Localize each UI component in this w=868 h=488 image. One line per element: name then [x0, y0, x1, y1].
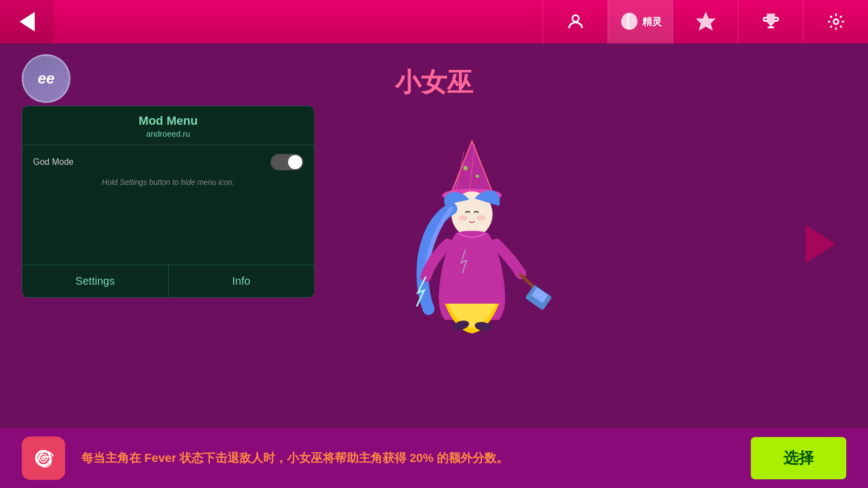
spiral-svg-icon — [30, 445, 57, 472]
back-button[interactable] — [0, 0, 54, 43]
svg-point-10 — [463, 166, 468, 170]
star-icon — [696, 12, 716, 31]
svg-marker-1 — [698, 14, 714, 29]
right-arrow-icon — [806, 225, 835, 263]
leaf-icon — [620, 12, 639, 31]
svg-point-14 — [477, 215, 486, 221]
mod-menu-empty-space — [33, 191, 303, 256]
character-figure — [385, 125, 559, 352]
select-button[interactable]: 选择 — [751, 437, 846, 479]
god-mode-label: God Mode — [33, 157, 74, 167]
nav-icons: 精灵 — [542, 0, 868, 43]
mod-menu-footer: Settings Info — [22, 265, 314, 297]
svg-point-4 — [833, 20, 838, 24]
spirit-nav-label: 精灵 — [642, 15, 662, 28]
nav-item-spirit[interactable]: 精灵 — [608, 0, 673, 43]
nav-item-trophy[interactable] — [738, 0, 803, 43]
gear-icon — [826, 12, 846, 31]
bottom-description: 每当主角在 Fever 状态下击退敌人时，小女巫将帮助主角获得 20% 的额外分… — [81, 450, 735, 467]
person-icon — [566, 12, 585, 31]
nav-item-settings[interactable] — [803, 0, 868, 43]
spirit-icon — [22, 436, 65, 480]
svg-point-0 — [572, 15, 579, 22]
settings-button[interactable]: Settings — [22, 265, 169, 297]
svg-point-11 — [476, 175, 479, 178]
mod-menu-subtitle: androeed.ru — [33, 129, 303, 138]
mod-menu-header: Mod Menu androeed.ru — [22, 106, 314, 140]
top-bar: 精灵 — [0, 0, 868, 43]
main-content: ee Mod Menu androeed.ru God Mode Hold Se… — [0, 43, 868, 445]
nav-item-profile[interactable] — [542, 0, 608, 43]
next-character-button[interactable] — [806, 225, 835, 263]
hold-settings-hint: Hold Settings button to hide menu icon. — [33, 178, 303, 187]
avatar-text: ee — [37, 70, 54, 87]
nav-item-star[interactable] — [673, 0, 738, 43]
mod-menu-content: God Mode Hold Settings button to hide me… — [22, 145, 314, 265]
god-mode-row: God Mode — [33, 154, 303, 170]
char-image-area — [282, 87, 662, 390]
avatar: ee — [22, 54, 71, 103]
bottom-bar: 每当主角在 Fever 状态下击退敌人时，小女巫将帮助主角获得 20% 的额外分… — [0, 428, 868, 488]
mod-menu-title: Mod Menu — [33, 114, 303, 128]
mod-menu-box: Mod Menu androeed.ru God Mode Hold Setti… — [22, 106, 315, 298]
trophy-icon — [761, 12, 781, 31]
back-arrow-icon — [20, 12, 35, 31]
svg-point-13 — [458, 215, 467, 221]
